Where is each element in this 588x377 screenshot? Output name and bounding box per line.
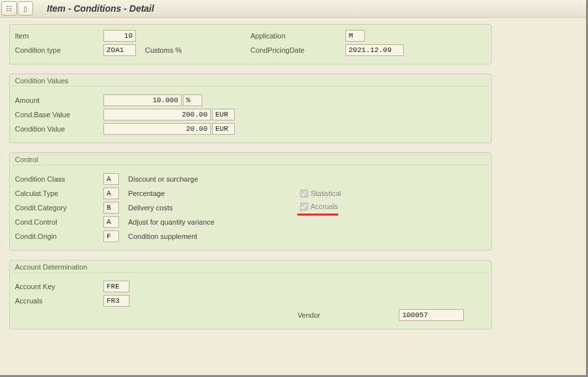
control-title: Control	[10, 153, 491, 165]
condtype-desc: Customs %	[136, 46, 181, 54]
base-label: Cond.Base Value	[15, 111, 103, 119]
accruals-highlight: Accruals	[297, 201, 338, 216]
page-title: Item - Conditions - Detail	[47, 3, 154, 14]
condorigin-label: Condit.Origin	[15, 232, 103, 240]
condclass-label: Condition Class	[15, 175, 103, 183]
condctrl-label: Cond.Control	[15, 218, 103, 226]
toolbar-icon-1: ☷	[6, 5, 12, 13]
base-field[interactable]	[103, 109, 211, 120]
statistical-checkbox[interactable]: Statistical	[297, 188, 341, 200]
condctrl-field[interactable]	[103, 216, 119, 228]
condclass-field[interactable]	[103, 173, 119, 185]
condtype-label: Condition type	[15, 46, 103, 54]
accruals-label: Accruals	[310, 202, 338, 210]
calctype-field[interactable]	[103, 188, 119, 199]
acctkey-field[interactable]	[103, 281, 129, 292]
application-label: Application	[250, 32, 345, 40]
vendor-label: Vendor	[297, 311, 399, 319]
condorigin-field[interactable]	[103, 230, 119, 242]
condorigin-desc: Condition supplement	[119, 232, 197, 240]
condcat-desc: Delivery costs	[119, 204, 172, 212]
condvalue-curr-field[interactable]	[212, 123, 235, 135]
accruals-checkbox-input[interactable]	[300, 202, 308, 211]
calctype-label: Calculat.Type	[15, 189, 103, 197]
condition-values-group: Condition Values Amount Cond.Base Value …	[9, 74, 492, 143]
calctype-desc: Percentage	[119, 189, 165, 197]
toolbar-button-2[interactable]: ▯	[18, 1, 33, 16]
condcat-field[interactable]	[103, 202, 119, 214]
accruals2-field[interactable]	[103, 295, 129, 307]
accruals2-label: Accruals	[15, 297, 103, 305]
amount-unit-field[interactable]	[183, 94, 202, 106]
accruals-checkbox[interactable]: Accruals	[297, 201, 338, 213]
condition-values-title: Condition Values	[10, 74, 491, 86]
content-area: Item Condition type Customs % Applicatio…	[3, 18, 582, 371]
header-group: Item Condition type Customs % Applicatio…	[9, 24, 492, 64]
toolbar-icon-2: ▯	[23, 5, 27, 13]
pricingdate-label: CondPricingDate	[250, 46, 345, 54]
amount-field[interactable]	[103, 94, 181, 106]
application-field[interactable]	[345, 30, 365, 42]
item-label: Item	[15, 32, 103, 40]
pricingdate-field[interactable]	[345, 44, 404, 56]
item-field[interactable]	[103, 30, 136, 42]
account-det-title: Account Determination	[10, 260, 491, 272]
condtype-field[interactable]	[103, 44, 136, 56]
title-bar: ☷ ▯ Item - Conditions - Detail	[0, 0, 586, 18]
statistical-checkbox-input[interactable]	[300, 189, 308, 198]
acctkey-label: Account Key	[15, 283, 103, 290]
vendor-field[interactable]	[399, 309, 464, 321]
base-curr-field[interactable]	[212, 109, 235, 120]
account-det-group: Account Determination Account Key Accrua…	[9, 260, 492, 329]
statistical-label: Statistical	[310, 189, 341, 197]
condctrl-desc: Adjust for quantity variance	[119, 218, 215, 226]
condvalue-label: Condition Value	[15, 125, 103, 133]
amount-label: Amount	[15, 96, 103, 104]
control-group: Control Condition Class Discount or surc…	[9, 152, 492, 251]
condcat-label: Condit.Category	[15, 204, 103, 212]
condclass-desc: Discount or surcharge	[119, 175, 198, 183]
toolbar-button-1[interactable]: ☷	[1, 1, 17, 16]
condvalue-field[interactable]	[103, 123, 211, 135]
